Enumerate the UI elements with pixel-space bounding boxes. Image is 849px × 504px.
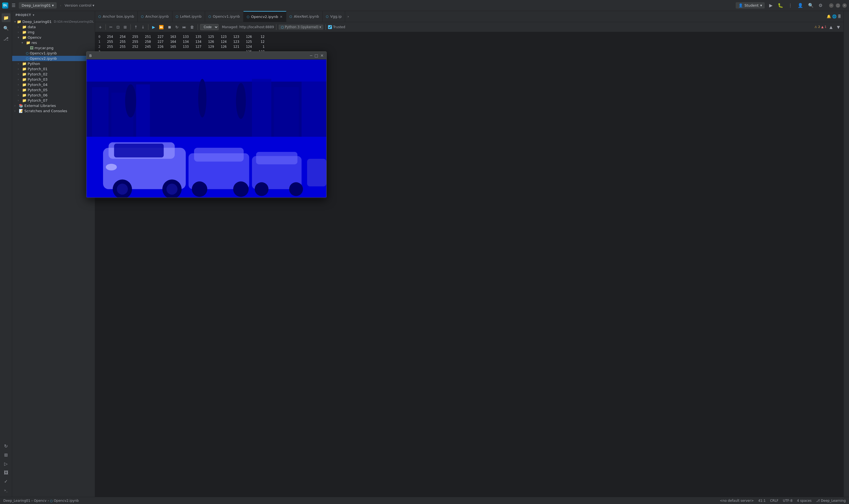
chevron-icon: › xyxy=(18,73,21,76)
stop-btn[interactable]: ⏹ xyxy=(166,24,173,30)
debug-btn[interactable]: 🐛 xyxy=(777,2,784,8)
tab-anchor-box[interactable]: ○ Anchor box.ipynb xyxy=(95,11,138,22)
run-cell-btn[interactable]: ▶ xyxy=(151,24,157,30)
cell-value: 255 xyxy=(129,34,142,39)
hamburger-menu[interactable]: ☰ xyxy=(11,2,17,9)
folder-icon: 📁 xyxy=(22,25,26,29)
activity-play[interactable]: ▷ xyxy=(2,459,11,468)
tree-label: Pytorch_05 xyxy=(28,88,48,92)
image-file-icon: 🖼 xyxy=(30,46,33,50)
scroll-down-btn[interactable]: ▼ xyxy=(835,24,841,30)
paste-btn[interactable]: ⊞ xyxy=(122,24,128,30)
popup-maximize-btn[interactable]: □ xyxy=(314,53,318,58)
tree-item-python[interactable]: › 📁 Python xyxy=(12,61,95,66)
delete-btn[interactable]: 🗑 xyxy=(189,24,195,30)
tab-lenet[interactable]: ○ LeNet.ipynb xyxy=(173,11,205,22)
cut-btn[interactable]: ✂ xyxy=(108,24,114,30)
trusted-checkbox[interactable]: Trusted xyxy=(328,25,345,29)
tree-item-opencv2[interactable]: › ○ Opencv2.ipynb xyxy=(12,56,95,61)
scroll-up-btn[interactable]: ▲ xyxy=(828,24,834,30)
user-menu[interactable]: 👤 Student ▾ xyxy=(736,2,765,8)
activity-project[interactable]: 📁 xyxy=(2,13,11,22)
tree-item-external-libs[interactable]: › 📚 External Libraries xyxy=(12,103,95,108)
branch[interactable]: ⎇ Deep_Learning xyxy=(816,499,846,503)
settings-btn[interactable]: ⚙ xyxy=(818,2,823,8)
version-control-btn[interactable]: Version control ▾ xyxy=(65,3,94,7)
tree-item-pytorch07[interactable]: › 📁 Pytorch_07 xyxy=(12,98,95,103)
indent[interactable]: 4 spaces xyxy=(797,499,812,503)
tree-label: Pytorch_06 xyxy=(28,93,48,97)
kernel-selector[interactable]: ○ Python 3 (ipykernel) ▾ xyxy=(278,24,323,30)
cell-type-select[interactable]: Code xyxy=(200,24,219,30)
tree-item-pytorch01[interactable]: › 📁 Pytorch_01 xyxy=(12,66,95,72)
cell-value: 255 xyxy=(104,44,116,49)
tree-label: Pytorch_02 xyxy=(28,72,48,76)
encoding[interactable]: UTF-8 xyxy=(783,499,793,503)
tree-label: data xyxy=(28,25,36,29)
tree-item-data[interactable]: › 📁 data xyxy=(12,24,95,30)
row-index: 0 xyxy=(97,34,104,39)
activity-vcs[interactable]: ⎇ xyxy=(2,34,11,43)
tab-opencv1[interactable]: ○ Opencv1.ipynb xyxy=(205,11,243,22)
profile-btn[interactable]: 👤 xyxy=(797,2,804,8)
restart-run-btn[interactable]: ⏭ xyxy=(181,24,188,30)
activity-image[interactable]: 🖼 xyxy=(2,468,11,477)
tab-more-btn[interactable]: › xyxy=(345,14,351,19)
tree-item-pytorch05[interactable]: › 📁 Pytorch_05 xyxy=(12,87,95,93)
folder-icon: 📁 xyxy=(22,67,26,71)
tab-label: Anchor.ipynb xyxy=(145,14,169,19)
trusted-input[interactable] xyxy=(328,25,332,29)
activity-todo[interactable]: ✓ xyxy=(2,477,11,486)
tree-item-pytorch02[interactable]: › 📁 Pytorch_02 xyxy=(12,72,95,77)
tree-item-img[interactable]: › 📁 img xyxy=(12,30,95,35)
activity-layers[interactable]: ⊞ xyxy=(2,450,11,459)
tab-opencv2[interactable]: ○ Opencv2.ipynb ✕ xyxy=(243,11,286,22)
tab-anchor[interactable]: ○ Anchor.ipynb xyxy=(138,11,172,22)
sidebar-dropdown-icon: ▾ xyxy=(33,13,35,17)
popup-close-btn[interactable]: ✕ xyxy=(320,53,324,58)
popup-window[interactable]: B ─ □ ✕ xyxy=(86,51,327,198)
tree-item-pytorch03[interactable]: › 📁 Pytorch_03 xyxy=(12,77,95,82)
popup-minimize-btn[interactable]: ─ xyxy=(310,53,312,58)
tab-close-icon[interactable]: ✕ xyxy=(280,15,283,19)
cell-value: 226 xyxy=(154,44,167,49)
tree-item-res[interactable]: ▾ 📁 res xyxy=(12,40,95,45)
tree-item-pytorch04[interactable]: › 📁 Pytorch_04 xyxy=(12,82,95,87)
close-btn[interactable]: ✕ xyxy=(842,3,847,8)
tree-item-opencv[interactable]: ▾ 📁 Opencv xyxy=(12,35,95,40)
add-cell-btn[interactable]: + xyxy=(97,24,103,30)
maximize-btn[interactable]: □ xyxy=(836,3,840,8)
tree-item-scratches[interactable]: › 📝 Scratches and Consoles xyxy=(12,108,95,113)
popup-controls: ─ □ ✕ xyxy=(310,53,324,58)
notifications-icon[interactable]: 🔔 xyxy=(827,14,831,19)
project-label: Project xyxy=(16,13,31,17)
tree-item-root[interactable]: ▾ 📁 Deep_Learing01 D:\Git-res\DeepLearin… xyxy=(12,19,95,24)
tree-item-opencv1[interactable]: › ○ Opencv1.ipynb xyxy=(12,51,95,56)
search-global-btn[interactable]: 🔍 xyxy=(808,2,814,8)
breadcrumb-folder[interactable]: Opencv xyxy=(34,499,47,503)
chevron-icon: › xyxy=(18,94,21,97)
tree-item-mycar[interactable]: › 🖼 mycar.png xyxy=(12,45,95,51)
tab-vgg[interactable]: ○ Vgg.ip xyxy=(323,11,345,22)
more-btn[interactable]: ⋮ xyxy=(788,2,793,8)
run-all-btn[interactable]: ⏩ xyxy=(158,24,165,30)
cursor-position[interactable]: 41:1 xyxy=(758,499,765,503)
tree-item-pytorch06[interactable]: › 📁 Pytorch_06 xyxy=(12,93,95,98)
run-btn[interactable]: ▶ xyxy=(769,2,773,8)
move-down-btn[interactable]: ↓ xyxy=(140,24,146,30)
globe-icon[interactable]: 🌐 xyxy=(832,14,836,19)
activity-terminal[interactable]: >_ xyxy=(2,486,11,494)
restart-btn[interactable]: ↻ xyxy=(174,24,180,30)
tab-alexnet[interactable]: ○ AlexNet.ipynb xyxy=(286,11,323,22)
activity-run[interactable]: ↻ xyxy=(2,442,11,450)
copy-btn[interactable]: ⊡ xyxy=(115,24,121,30)
line-ending[interactable]: CRLF xyxy=(770,499,778,503)
move-up-btn[interactable]: ↑ xyxy=(133,24,139,30)
tree-label: Python xyxy=(28,61,40,66)
activity-search[interactable]: 🔍 xyxy=(2,24,11,33)
db-icon[interactable]: 🗄 xyxy=(838,14,841,19)
project-selector[interactable]: Deep_Learing01 ▾ xyxy=(19,2,56,8)
sidebar-header[interactable]: Project ▾ xyxy=(12,11,95,19)
minimize-btn[interactable]: ─ xyxy=(829,3,833,8)
breadcrumb-project[interactable]: Deep_Learing01 xyxy=(3,499,31,503)
